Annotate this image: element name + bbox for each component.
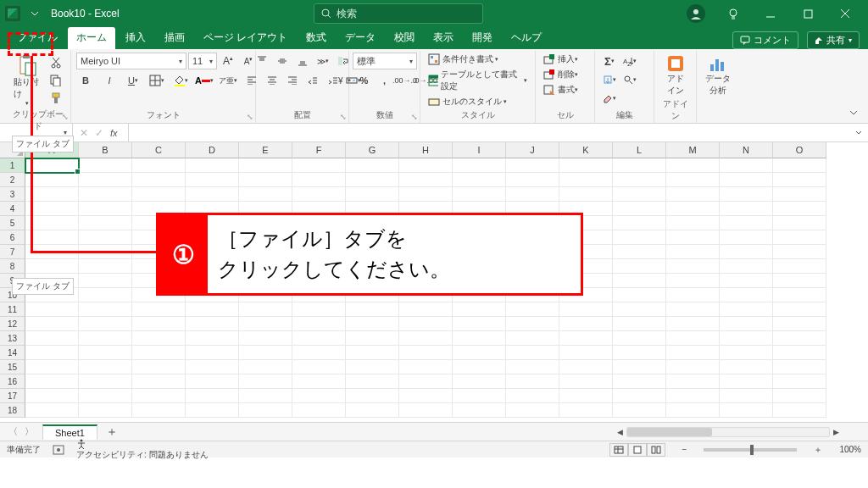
cell-H12[interactable]	[399, 317, 453, 331]
cell-N17[interactable]	[720, 389, 773, 403]
normal-view-button[interactable]	[609, 443, 628, 457]
tab-view[interactable]: 表示	[425, 27, 462, 49]
cell-H11[interactable]	[399, 302, 453, 317]
fx-button[interactable]: fx	[110, 128, 118, 138]
cell-B4[interactable]	[79, 202, 132, 216]
cell-B15[interactable]	[79, 360, 132, 374]
cell-B1[interactable]	[79, 158, 132, 173]
cell-F16[interactable]	[292, 374, 346, 389]
cell-A13[interactable]	[25, 331, 79, 346]
cell-L11[interactable]	[613, 302, 666, 317]
cell-M12[interactable]	[666, 317, 720, 331]
cell-J12[interactable]	[506, 317, 559, 331]
cell-I1[interactable]	[453, 158, 506, 173]
tab-home[interactable]: ホーム	[68, 27, 115, 49]
paste-button[interactable]: 貼り付け ▾	[10, 53, 43, 108]
cell-H1[interactable]	[399, 158, 453, 173]
tab-developer[interactable]: 開発	[464, 27, 501, 49]
row-header-1[interactable]: 1	[0, 158, 25, 173]
cell-G1[interactable]	[346, 158, 399, 173]
zoom-in-button[interactable]: ＋	[814, 444, 822, 456]
zoom-out-button[interactable]: −	[682, 445, 687, 454]
col-header-H[interactable]: H	[399, 142, 453, 158]
cell-O17[interactable]	[773, 389, 826, 403]
cell-I15[interactable]	[453, 360, 506, 374]
align-right-button[interactable]	[283, 72, 302, 89]
cell-B5[interactable]	[79, 216, 132, 230]
tab-formulas[interactable]: 数式	[298, 27, 335, 49]
cell-A1[interactable]	[25, 158, 79, 173]
cell-H13[interactable]	[399, 331, 453, 346]
sort-filter-button[interactable]: AZ▾	[620, 53, 639, 69]
cell-M2[interactable]	[666, 173, 720, 187]
data-analysis-button[interactable]: データ 分析	[702, 53, 734, 98]
cell-D16[interactable]	[186, 374, 239, 389]
cell-H14[interactable]	[399, 346, 453, 360]
cell-I13[interactable]	[453, 331, 506, 346]
cell-C12[interactable]	[132, 317, 186, 331]
col-header-G[interactable]: G	[346, 142, 399, 158]
cell-N8[interactable]	[720, 259, 773, 274]
cell-N13[interactable]	[720, 331, 773, 346]
cell-A8[interactable]	[25, 259, 79, 274]
cell-L1[interactable]	[613, 158, 666, 173]
cell-O4[interactable]	[773, 202, 826, 216]
zoom-slider[interactable]	[704, 448, 797, 452]
row-header-14[interactable]: 14	[0, 346, 25, 360]
increase-decimal-button[interactable]: .00→.0	[396, 72, 415, 89]
cell-N15[interactable]	[720, 360, 773, 374]
cell-K1[interactable]	[559, 158, 613, 173]
cell-H17[interactable]	[399, 389, 453, 403]
cell-K14[interactable]	[559, 346, 613, 360]
comma-button[interactable]: ,	[376, 72, 394, 89]
cell-N2[interactable]	[720, 173, 773, 187]
cell-N9[interactable]	[720, 274, 773, 288]
cell-M17[interactable]	[666, 389, 720, 403]
accessibility-status[interactable]: アクセシビリティ: 問題ありません	[76, 439, 209, 461]
cell-A16[interactable]	[25, 374, 79, 389]
font-family-select[interactable]: Meiryo UI▾	[76, 53, 186, 69]
cell-O5[interactable]	[773, 216, 826, 230]
cell-L4[interactable]	[613, 202, 666, 216]
copy-button[interactable]	[47, 72, 65, 89]
cell-A4[interactable]	[25, 202, 79, 216]
cell-G15[interactable]	[346, 360, 399, 374]
cell-N11[interactable]	[720, 302, 773, 317]
cell-I11[interactable]	[453, 302, 506, 317]
cell-F2[interactable]	[292, 173, 346, 187]
cell-C1[interactable]	[132, 158, 186, 173]
cell-J1[interactable]	[506, 158, 559, 173]
cell-D12[interactable]	[186, 317, 239, 331]
cell-H3[interactable]	[399, 187, 453, 202]
cell-E12[interactable]	[239, 317, 292, 331]
row-header-4[interactable]: 4	[0, 202, 25, 216]
cell-N16[interactable]	[720, 374, 773, 389]
cell-O12[interactable]	[773, 317, 826, 331]
cell-G11[interactable]	[346, 302, 399, 317]
cell-B8[interactable]	[79, 259, 132, 274]
autosum-button[interactable]: Σ▾	[600, 53, 619, 69]
cell-A2[interactable]	[25, 173, 79, 187]
cell-O8[interactable]	[773, 259, 826, 274]
bold-button[interactable]: B	[76, 72, 95, 89]
hscroll-right-button[interactable]: ▶	[830, 428, 843, 436]
cell-L3[interactable]	[613, 187, 666, 202]
cell-D17[interactable]	[186, 389, 239, 403]
cell-I2[interactable]	[453, 173, 506, 187]
cell-M7[interactable]	[666, 245, 720, 259]
row-header-15[interactable]: 15	[0, 360, 25, 374]
cell-C13[interactable]	[132, 331, 186, 346]
format-as-table-button[interactable]: テーブルとして書式設定▾	[426, 68, 530, 93]
cell-L15[interactable]	[613, 360, 666, 374]
cell-J17[interactable]	[506, 389, 559, 403]
cell-J3[interactable]	[506, 187, 559, 202]
cell-A18[interactable]	[25, 403, 79, 418]
cell-M15[interactable]	[666, 360, 720, 374]
cell-M3[interactable]	[666, 187, 720, 202]
cell-J13[interactable]	[506, 331, 559, 346]
cell-A14[interactable]	[25, 346, 79, 360]
font-color-button[interactable]: A▾	[195, 72, 214, 89]
cell-F1[interactable]	[292, 158, 346, 173]
cell-B10[interactable]	[79, 288, 132, 302]
cell-H16[interactable]	[399, 374, 453, 389]
